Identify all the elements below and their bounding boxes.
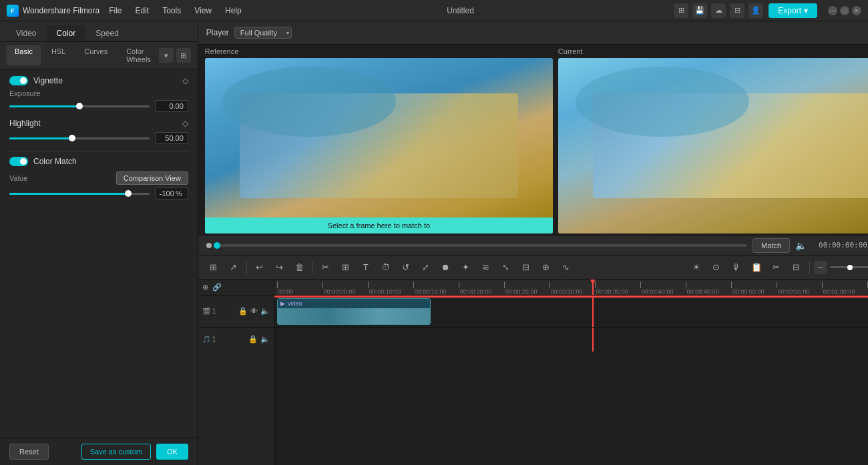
toolbar-sun-btn[interactable]: ☀ [688, 259, 705, 276]
save-custom-button[interactable]: Save as custom [81, 444, 151, 460]
match-button[interactable]: Match [752, 238, 790, 253]
menu-tools[interactable]: Tools [157, 5, 186, 17]
exposure-value[interactable]: 0.00 [155, 100, 188, 112]
value-header: Value Comparison View [9, 171, 188, 185]
timeline-main[interactable]: 00:00 00:00:05:00 00:00:10:00 00:00 [274, 280, 868, 466]
toolbar-record-btn[interactable]: ⏺ [437, 259, 455, 276]
reset-button[interactable]: Reset [9, 444, 49, 460]
account-icon[interactable]: 👤 [748, 3, 763, 18]
select-frame-hint[interactable]: Select a frame here to match to [205, 217, 553, 234]
zoom-out-button[interactable]: − [814, 261, 827, 274]
highlight-keyframe-icon[interactable]: ◇ [182, 119, 188, 128]
toolbar-cut-btn[interactable]: ✂ [317, 259, 335, 276]
tab-color[interactable]: Color [47, 25, 85, 41]
toolbar-transform-btn[interactable]: ⤡ [497, 259, 515, 276]
video-track[interactable]: ▶ video [274, 296, 868, 328]
vignette-keyframe-icon[interactable]: ◇ [182, 76, 188, 85]
toolbar-resize-btn[interactable]: ⤢ [417, 259, 435, 276]
value-slider[interactable] [9, 193, 150, 195]
playback-timeline[interactable] [217, 244, 747, 247]
subtab-basic[interactable]: Basic [7, 45, 41, 65]
current-video-bg [558, 58, 868, 234]
app-name: Wondershare Filmora [23, 6, 99, 15]
tab-video[interactable]: Video [7, 25, 45, 41]
close-button[interactable]: ✕ [852, 6, 861, 15]
playback-controls: Match 🔈 00:00:00:00 OK [198, 235, 868, 256]
timeline-ruler: 00:00 00:00:05:00 00:00:10:00 00:00 [274, 280, 868, 296]
monitor-icon[interactable]: ⊞ [674, 3, 688, 18]
menu-file[interactable]: File [103, 5, 127, 17]
toolbar-crop-btn[interactable]: ⊞ [337, 259, 355, 276]
comparison-view-button[interactable]: Comparison View [116, 171, 188, 185]
toolbar-effects-btn[interactable]: ✦ [457, 259, 475, 276]
menu-edit[interactable]: Edit [130, 5, 155, 17]
subtab-color-wheels[interactable]: Color Wheels [118, 45, 159, 65]
audio-mute-icon[interactable]: 🔈 [260, 335, 270, 344]
toolbar-select-btn[interactable]: ↗ [225, 259, 242, 276]
toolbar-timer-btn[interactable]: ⏱ [377, 259, 395, 276]
current-label: Current [558, 47, 868, 55]
titlebar: F Wondershare Filmora File Edit Tools Vi… [0, 0, 868, 21]
ok-panel-button[interactable]: OK [156, 444, 188, 460]
audio-track-num: 🎵 1 [202, 336, 216, 343]
color-match-toggle[interactable] [9, 157, 28, 166]
titlebar-menu: File Edit Tools View Help [103, 5, 247, 17]
audio-track[interactable] [274, 328, 868, 352]
toolbar-delete-btn[interactable]: 🗑 [291, 259, 308, 276]
toolbar-redo-btn[interactable]: ↪ [271, 259, 288, 276]
value-display[interactable]: -100 % [155, 187, 188, 199]
toolbar-split-btn[interactable]: ⊟ [517, 259, 535, 276]
toolbar-text-btn[interactable]: T [357, 259, 375, 276]
toolbar-rotate-btn[interactable]: ↺ [397, 259, 415, 276]
toolbar-minus-btn[interactable]: ⊟ [788, 259, 805, 276]
ruler-mark-11: 00:00:55:00 [777, 282, 822, 295]
subtab-curves[interactable]: Curves [76, 45, 116, 65]
subtab-dropdown-icon[interactable]: ▾ [159, 48, 174, 63]
current-frame[interactable] [558, 58, 868, 234]
ruler-marks: 00:00 00:00:05:00 00:00:10:00 00:00 [274, 280, 868, 295]
volume-icon[interactable]: 🔈 [795, 240, 807, 251]
save-icon[interactable]: 💾 [692, 3, 707, 18]
quality-select[interactable]: Full Quality [234, 27, 292, 39]
toolbar-wave-btn[interactable]: ∿ [558, 259, 575, 276]
toolbar-audio-btn[interactable]: ≋ [477, 259, 495, 276]
toolbar-add-btn[interactable]: ⊕ [537, 259, 555, 276]
toolbar-undo-btn[interactable]: ↩ [251, 259, 268, 276]
subtab-grid-icon[interactable]: ⊞ [176, 48, 191, 63]
zoom-slider[interactable] [830, 266, 868, 268]
export-button[interactable]: Export ▾ [769, 3, 817, 18]
reference-frame[interactable]: Select a frame here to match to [205, 58, 553, 234]
vignette-toggle[interactable] [9, 76, 28, 85]
cloud-icon[interactable]: ☁ [711, 3, 726, 18]
window-title: Untitled [447, 6, 474, 15]
menu-help[interactable]: Help [220, 5, 247, 17]
ruler-mark-7: 00:00:35:00 [595, 282, 640, 295]
toolbar-divider-3 [809, 261, 810, 274]
panel-footer: Reset Save as custom OK [0, 438, 198, 465]
tab-speed[interactable]: Speed [86, 25, 128, 41]
subtab-hsl[interactable]: HSL [43, 45, 73, 65]
toolbar-pointer-btn[interactable]: ⊞ [205, 259, 222, 276]
video-lock-icon[interactable]: 🔒 [238, 307, 248, 316]
toolbar-mic-btn[interactable]: 🎙 [728, 259, 745, 276]
maximize-button[interactable]: □ [840, 6, 849, 15]
link-icon[interactable]: 🔗 [212, 283, 222, 292]
video-volume-icon[interactable]: 🔈 [260, 307, 270, 316]
ruler-mark-0: 00:00 [277, 282, 322, 295]
minimize-button[interactable]: — [828, 6, 837, 15]
toolbar-clip-btn[interactable]: 📋 [748, 259, 765, 276]
menu-view[interactable]: View [189, 5, 217, 17]
toolbar-scissors2-btn[interactable]: ✂ [768, 259, 785, 276]
audio-lock-icon[interactable]: 🔒 [248, 335, 258, 344]
add-track-icon[interactable]: ⊕ [202, 283, 208, 292]
main-layout: Video Color Speed Basic HSL Curves Color… [0, 21, 868, 465]
titlebar-left: F Wondershare Filmora File Edit Tools Vi… [7, 5, 247, 17]
video-eye-icon[interactable]: 👁 [250, 307, 258, 316]
exposure-slider[interactable] [9, 105, 150, 107]
layout-icon[interactable]: ⊟ [730, 3, 744, 18]
highlight-value[interactable]: 50.00 [155, 132, 188, 144]
value-control: -100 % [9, 187, 188, 199]
highlight-slider[interactable] [9, 137, 150, 139]
toolbar-circle-btn[interactable]: ⊙ [708, 259, 725, 276]
video-clip[interactable]: ▶ video [277, 298, 431, 325]
